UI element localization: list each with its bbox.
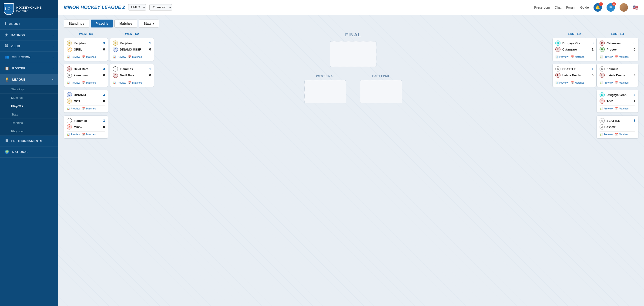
team-logo: D bbox=[555, 41, 560, 46]
matches-link[interactable]: 📅 Matches bbox=[615, 56, 629, 59]
chevron-icon: › bbox=[52, 45, 54, 48]
preview-link[interactable]: 📊 Preview bbox=[113, 81, 126, 84]
matchup-footer: 📊 Preview 📅 Matches bbox=[555, 54, 594, 59]
sidebar-sub-standings[interactable]: Standings bbox=[0, 85, 58, 94]
matchup-card: C Catanzaro 3 P Presov 0 📊 Preview 📅 Mat… bbox=[596, 38, 638, 61]
club-icon: 🏛 bbox=[5, 44, 8, 48]
team-logo: L bbox=[600, 73, 605, 78]
matches-link[interactable]: 📅 Matches bbox=[615, 81, 629, 84]
main-content: StandingsPlayoffsMatchesStats ▾ WEST 1/4… bbox=[58, 15, 644, 306]
team-row-2: T TOR 1 bbox=[600, 99, 636, 104]
team-name: Catanzaro bbox=[606, 42, 630, 45]
fr_tournaments-icon: 🖥 bbox=[5, 139, 8, 143]
team-row-1: D Drugaya Gran 0 bbox=[555, 41, 594, 46]
sidebar-sub-matches[interactable]: Matches bbox=[0, 94, 58, 102]
preview-link[interactable]: 📊 Preview bbox=[600, 107, 612, 110]
team-logo: D bbox=[67, 92, 72, 97]
team-name: assetD bbox=[606, 125, 630, 129]
team-score: 0 bbox=[102, 73, 105, 77]
tab-matches[interactable]: Matches bbox=[114, 20, 137, 28]
matches-link[interactable]: 📅 Matches bbox=[571, 81, 584, 84]
tab-stats[interactable]: Stats ▾ bbox=[139, 20, 159, 28]
nav-forum[interactable]: Forum bbox=[566, 6, 575, 9]
matchup-card: D Drugaya Gran 3 T TOR 1 📊 Preview 📅 Mat… bbox=[596, 90, 638, 113]
team-logo: O bbox=[67, 47, 72, 52]
message-icon[interactable]: ✉ 8 bbox=[606, 3, 615, 12]
sidebar-sub-play_now[interactable]: Play now bbox=[0, 127, 58, 136]
matchup-card: F Flammes 3 A Minsk 0 📊 Preview 📅 Matche… bbox=[64, 116, 108, 139]
nav-guide[interactable]: Guide bbox=[580, 6, 589, 9]
team-logo: S bbox=[600, 118, 605, 123]
preview-link[interactable]: 📊 Preview bbox=[67, 133, 80, 136]
preview-link[interactable]: 📊 Preview bbox=[600, 81, 612, 84]
nav-chat[interactable]: Chat bbox=[555, 6, 562, 9]
team-logo: K bbox=[600, 66, 605, 72]
sidebar-item-selection[interactable]: 👥 SELECTION › bbox=[0, 52, 58, 63]
sidebar-item-league[interactable]: 🏆 LEAGUE ▾ bbox=[0, 74, 58, 85]
preview-link[interactable]: 📊 Preview bbox=[600, 133, 612, 136]
tab-playoffs[interactable]: Playoffs bbox=[91, 20, 113, 28]
user-avatar[interactable] bbox=[620, 3, 628, 12]
nav-pressroom[interactable]: Pressroom bbox=[534, 6, 550, 9]
sidebar-item-club[interactable]: 🏛 CLUB › bbox=[0, 41, 58, 52]
matches-link[interactable]: 📅 Matches bbox=[82, 107, 96, 110]
empty-bracket-slot bbox=[330, 41, 376, 67]
team-name: Drugaya Gran bbox=[606, 93, 630, 97]
column-header: WEST 1/4 bbox=[64, 32, 108, 36]
nav-left: 🖥 FR. TOURNAMENTS bbox=[5, 139, 42, 143]
nav-label-league: LEAGUE bbox=[12, 78, 26, 81]
matches-link[interactable]: 📅 Matches bbox=[615, 107, 629, 110]
sidebar-sub-playoffs[interactable]: Playoffs bbox=[0, 102, 58, 110]
notification-bell[interactable]: 🔔 1 bbox=[594, 3, 602, 12]
season-select[interactable]: 51 season bbox=[149, 4, 172, 11]
team-row-1: S SEATTLE 1 bbox=[555, 66, 594, 72]
team-name: kineshma bbox=[74, 74, 100, 77]
matches-link[interactable]: 📅 Matches bbox=[82, 133, 96, 136]
matchup-card: D Drugaya Gran 0 C Catanzaro 1 📊 Preview… bbox=[552, 38, 596, 61]
matches-link[interactable]: 📅 Matches bbox=[571, 56, 584, 59]
sidebar-item-fr_tournaments[interactable]: 🖥 FR. TOURNAMENTS › bbox=[0, 136, 58, 146]
west-final-col: WEST FINAL bbox=[304, 74, 346, 106]
preview-link[interactable]: 📊 Preview bbox=[67, 56, 80, 59]
league-select[interactable]: MHL 2 bbox=[128, 4, 146, 11]
sidebar-sub-stats[interactable]: Stats bbox=[0, 110, 58, 119]
preview-link[interactable]: 📊 Preview bbox=[555, 56, 568, 59]
sidebar-item-ratings[interactable]: ★ RATINGS › bbox=[0, 30, 58, 41]
nav-left: 🏛 CLUB bbox=[5, 44, 20, 48]
notification-badge: 1 bbox=[599, 2, 603, 6]
sidebar-item-roster[interactable]: 📋 ROSTER › bbox=[0, 63, 58, 74]
matchup-footer: 📊 Preview 📅 Matches bbox=[555, 80, 594, 84]
matches-link[interactable]: 📅 Matches bbox=[82, 56, 96, 59]
tab-standings[interactable]: Standings bbox=[64, 20, 89, 28]
nav-left: 📋 ROSTER bbox=[5, 66, 26, 71]
team-name: Flammes bbox=[120, 67, 146, 71]
sidebar-item-national[interactable]: 🌍 NATIONAL › bbox=[0, 146, 58, 158]
team-score: 0 bbox=[632, 48, 636, 51]
language-flag[interactable]: 🇺🇸 bbox=[632, 5, 638, 10]
team-score: 0 bbox=[102, 48, 105, 51]
nav-left: 🏆 LEAGUE bbox=[5, 77, 26, 82]
matches-link[interactable]: 📅 Matches bbox=[128, 81, 142, 84]
preview-link[interactable]: 📊 Preview bbox=[600, 56, 612, 59]
preview-link[interactable]: 📊 Preview bbox=[113, 56, 126, 59]
sidebar-item-about[interactable]: ℹ ABOUT › bbox=[0, 19, 58, 30]
team-row-1: S SEATTLE 3 bbox=[600, 118, 636, 123]
team-score: 0 bbox=[590, 41, 594, 45]
team-score: 1 bbox=[590, 67, 594, 71]
sidebar-sub-trophies[interactable]: Trophies bbox=[0, 119, 58, 127]
logo[interactable]: HOL HOCKEY-ONLINEMANAGER bbox=[0, 0, 58, 19]
bracket-col-east-1/4: EAST 1/4 C Catanzaro 3 P Presov 0 📊 Prev… bbox=[596, 32, 638, 141]
preview-link[interactable]: 📊 Preview bbox=[555, 81, 568, 84]
topbar-right: Pressroom Chat Forum Guide 🔔 1 ✉ 8 🇺🇸 bbox=[534, 3, 638, 12]
matches-link[interactable]: 📅 Matches bbox=[128, 56, 142, 59]
team-row-2: D DINAMO USSR 0 bbox=[113, 47, 151, 52]
matches-link[interactable]: 📅 Matches bbox=[82, 81, 96, 84]
matches-link[interactable]: 📅 Matches bbox=[615, 133, 629, 136]
nav-left: 🌍 NATIONAL bbox=[5, 150, 28, 154]
nav-left: ℹ ABOUT bbox=[5, 22, 20, 26]
team-row-2: G GOT 0 bbox=[67, 99, 105, 104]
preview-link[interactable]: 📊 Preview bbox=[67, 81, 80, 84]
team-row-1: D DINAMO 3 bbox=[67, 92, 105, 97]
preview-link[interactable]: 📊 Preview bbox=[67, 107, 80, 110]
team-score: 0 bbox=[148, 48, 151, 51]
